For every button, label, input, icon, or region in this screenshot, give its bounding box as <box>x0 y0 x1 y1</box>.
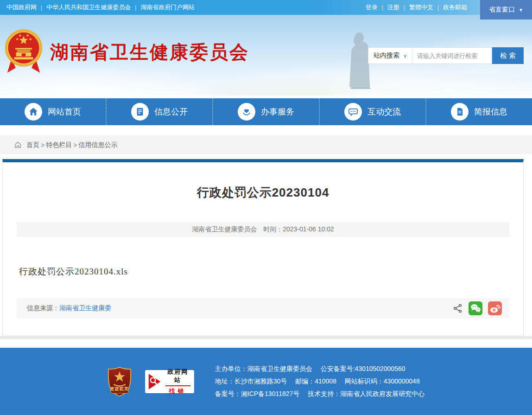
breadcrumb-special-columns[interactable]: 特色栏目 <box>46 141 72 149</box>
main-nav: 网站首页 信息公开 办事服务 <box>0 98 532 125</box>
national-emblem-logo: ★ ★ ★ ★ <box>4 28 44 76</box>
party-gov-badge[interactable]: 党政机关 <box>108 367 132 396</box>
chat-icon <box>344 103 362 121</box>
nav-item-label: 网站首页 <box>48 106 81 117</box>
home-icon <box>25 103 42 121</box>
search-button[interactable]: 检 索 <box>492 47 524 64</box>
heart-hands-icon <box>238 103 255 121</box>
login-link[interactable]: 登录 <box>366 3 378 12</box>
article-meta-source: 湖南省卫生健康委员会 <box>192 225 257 234</box>
topbar-links-left: 中国政府网 | 中华人民共和国卫生健康委员会 | 湖南省政府门户网站 <box>6 3 195 12</box>
search-input[interactable] <box>412 47 492 64</box>
find-error-magnifier-icon <box>148 373 162 390</box>
nav-item-briefing[interactable]: 简报信息 <box>426 98 532 125</box>
svg-text:★: ★ <box>19 33 22 38</box>
footer-badges: 党政机关 政府网站 找错 <box>108 367 195 396</box>
breadcrumb-separator: > <box>41 141 44 149</box>
source-link[interactable]: 湖南省卫生健康委 <box>59 304 111 312</box>
footer-info: 主办单位：湖南省卫生健康委员会 公安备案号:43010502000560 地址：… <box>215 363 424 400</box>
topbar-link-china-gov[interactable]: 中国政府网 <box>6 3 37 12</box>
top-utility-bar: 中国政府网 | 中华人民共和国卫生健康委员会 | 湖南省政府门户网站 登录 | … <box>0 0 532 15</box>
page: 中国政府网 | 中华人民共和国卫生健康委员会 | 湖南省政府门户网站 登录 | … <box>0 0 532 415</box>
find-error-action: 找错 <box>165 387 191 396</box>
source-bar: 信息来源：湖南省卫生健康委 <box>17 298 509 319</box>
separator: | <box>404 4 405 11</box>
svg-text:★: ★ <box>16 37 19 41</box>
briefing-icon <box>451 103 469 121</box>
breadcrumb-credit-info[interactable]: 信用信息公示 <box>78 141 117 149</box>
content-shadow-band <box>0 336 532 339</box>
site-brand[interactable]: ★ ★ ★ ★ 湖南省卫生健康委员会 <box>4 28 249 76</box>
site-title: 湖南省卫生健康委员会 <box>50 39 249 65</box>
separator: | <box>135 4 136 11</box>
divider <box>165 385 190 386</box>
svg-text:★: ★ <box>29 37 32 41</box>
nav-item-info-disclosure[interactable]: 信息公开 <box>107 98 213 125</box>
nav-item-interaction[interactable]: 互动交流 <box>320 98 426 125</box>
article-panel: 行政处罚公示20230104 湖南省卫生健康委员会 时间：2023-01-06 … <box>2 159 524 336</box>
wechat-icon[interactable] <box>469 301 482 315</box>
nav-item-services[interactable]: 办事服务 <box>213 98 320 125</box>
document-icon <box>131 103 149 121</box>
chevron-down-icon: ▼ <box>519 7 523 13</box>
share-icon[interactable] <box>453 303 463 313</box>
nav-item-label: 办事服务 <box>261 106 294 117</box>
footer-line-icp: 备案号：湘ICP备13011827号 技术支持：湖南省人民政府发展研究中心 <box>215 388 424 400</box>
nav-item-home[interactable]: 网站首页 <box>0 98 107 125</box>
attachment-link[interactable]: 行政处罚公示20230104.xls <box>19 266 128 278</box>
source-label: 信息来源： <box>27 304 59 312</box>
separator: | <box>41 4 42 11</box>
nav-item-label: 互动交流 <box>367 106 401 117</box>
chevron-down-icon: ∨ <box>403 53 407 59</box>
traditional-chinese-link[interactable]: 繁體中文 <box>409 3 433 12</box>
article-meta-bar: 湖南省卫生健康委员会 时间：2023-01-06 10:02 <box>17 222 509 237</box>
province-window-label: 省直窗口 <box>489 6 515 14</box>
home-icon <box>14 141 22 149</box>
article-title: 行政处罚公示20230104 <box>3 185 523 201</box>
breadcrumb: 首页 > 特色栏目 > 信用信息公示 <box>0 135 532 154</box>
province-window-dropdown[interactable]: 省直窗口 ▼ <box>480 0 532 19</box>
gov-mail-link[interactable]: 政务邮箱 <box>443 3 467 12</box>
footer-line-address: 地址：长沙市湘雅路30号 邮编：410008 网站标识码：4300000048 <box>215 375 424 388</box>
article-meta-time: 时间：2023-01-06 10:02 <box>263 225 334 234</box>
separator: | <box>437 4 439 11</box>
find-error-title: 政府网站 <box>165 368 191 384</box>
footer: 党政机关 政府网站 找错 主办单位：湖南省卫生健康委员会 公安备案号:43010… <box>0 348 532 415</box>
nav-item-label: 简报信息 <box>474 106 507 117</box>
footer-line-organizer: 主办单位：湖南省卫生健康委员会 公安备案号:43010502000560 <box>215 363 424 375</box>
find-error-badge[interactable]: 政府网站 找错 <box>145 370 195 394</box>
nav-item-label: 信息公开 <box>154 106 188 117</box>
party-gov-badge-label: 党政机关 <box>108 386 132 392</box>
topbar-link-hunan-gov[interactable]: 湖南省政府门户网站 <box>140 3 195 12</box>
breadcrumb-separator: > <box>73 141 77 149</box>
topbar-link-nhc[interactable]: 中华人民共和国卫生健康委员会 <box>46 3 131 12</box>
separator: | <box>382 4 383 11</box>
weibo-icon[interactable] <box>488 301 502 315</box>
topbar-links-right: 登录 | 注册 | 繁體中文 | 政务邮箱 <box>366 3 467 12</box>
share-icons <box>453 301 502 315</box>
breadcrumb-home[interactable]: 首页 <box>26 141 39 149</box>
site-header: ★ ★ ★ ★ 湖南省卫生健康委员会 站内搜索 ∨ 检 索 <box>0 15 532 96</box>
search-scope-select[interactable]: 站内搜索 ∨ <box>368 47 412 64</box>
search-scope-label: 站内搜索 <box>374 51 399 60</box>
register-link[interactable]: 注册 <box>387 3 399 12</box>
search-bar: 站内搜索 ∨ 检 索 <box>368 47 524 64</box>
